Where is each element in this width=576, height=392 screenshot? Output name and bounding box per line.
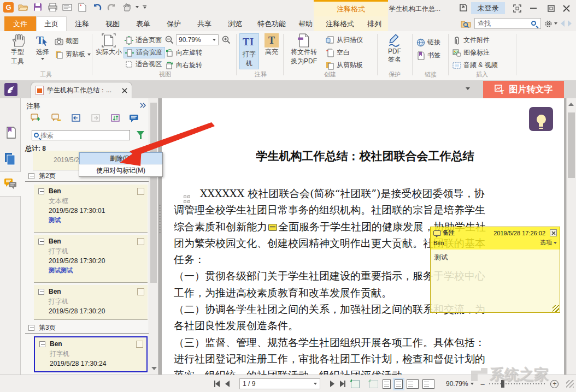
document-scrollbar[interactable] [566,98,576,375]
print-icon[interactable] [47,2,58,13]
rotate-right-button[interactable]: 向右旋转 [165,61,202,70]
file-attach-button[interactable]: 文件附件 [452,35,490,45]
restore-button[interactable] [546,4,555,13]
fit-width-button[interactable]: 适合宽度 [124,47,165,58]
comment-checkbox[interactable] [137,288,144,295]
document-scrollbar-thumb[interactable] [568,112,575,178]
bookmark-button[interactable]: 书签 [416,51,440,60]
last-page-icon[interactable] [340,381,345,387]
from-clipboard-button[interactable]: 从剪贴板 [326,61,363,70]
document-tab-close-icon[interactable] [122,88,127,93]
zoom-out-button[interactable]: − [480,379,485,389]
zoom-out-icon[interactable] [165,35,174,44]
zoom-slider-thumb[interactable] [501,380,504,388]
email-icon[interactable] [62,2,73,13]
tab-home[interactable]: 主页 [36,16,67,31]
collapse-icon[interactable] [39,341,45,347]
fit-page-button[interactable]: 适合页面 [125,35,162,45]
typewriter-button[interactable]: TI 打字机 [239,33,259,69]
image-to-text-button[interactable]: T 图片转文字 [483,81,564,98]
minimize-button[interactable] [529,4,538,13]
tab-form[interactable]: 表单 [128,16,158,31]
expand-all-comments-icon[interactable] [30,112,42,123]
tab-comment-format[interactable]: 注释格式 [318,16,362,31]
sticky-note-body[interactable]: 测试 [431,250,560,312]
pdf-sign-button[interactable]: PDF签名 [381,33,408,64]
scroll-up-icon[interactable] [568,103,574,106]
comment-item-1[interactable]: Ben 文本框 2019/5/28 17:30:01 测试 [34,185,148,233]
convert-to-pdf-button[interactable]: 将文件转换为PDF [286,33,321,66]
tab-view[interactable]: 视图 [97,16,128,31]
collapse-icon[interactable] [38,188,44,194]
highlight-button[interactable]: T 高亮 [261,33,282,57]
tab-list-caret[interactable] [466,87,470,90]
zoom-slider[interactable] [489,383,546,384]
open-file-icon[interactable] [17,2,28,13]
zoom-in-icon[interactable] [222,35,231,44]
previous-page-icon[interactable] [225,381,230,387]
search-folder-icon[interactable] [461,20,471,28]
note-close-icon[interactable] [550,229,557,236]
facing-view-icon[interactable] [407,379,419,389]
audio-video-button[interactable]: 音频 & 视频 [452,61,498,70]
comment-checkbox[interactable] [137,238,144,245]
comment-checkbox[interactable] [136,341,143,348]
first-page-icon[interactable] [214,381,220,387]
customize-qat-icon[interactable] [143,5,146,9]
collapse-icon[interactable] [28,173,34,179]
insert-page-icon[interactable] [351,380,360,388]
find-settings-gear-icon[interactable] [544,20,557,28]
insert-page-after-icon[interactable] [369,380,378,388]
panel-splitter-handle[interactable] [159,205,161,233]
hand-tool-button[interactable]: 手型工具 [5,33,30,66]
bookmarks-panel-icon[interactable] [0,120,21,145]
new-document-icon[interactable]: * [77,2,87,13]
fullscreen-icon[interactable] [513,4,521,13]
tab-share[interactable]: 共享 [189,16,220,31]
note-resize-handle[interactable] [553,305,559,312]
fit-visible-button[interactable]: 适合视区 [125,60,162,69]
link-button[interactable]: 链接 [416,38,440,47]
next-page-icon[interactable] [330,381,334,387]
tab-file[interactable]: 文件 [4,16,36,31]
find-magnifier-icon[interactable] [531,21,536,26]
from-scanner-button[interactable]: 从扫描仪 [326,35,363,45]
close-button[interactable] [562,4,571,13]
previous-comment-icon[interactable] [70,112,82,123]
collapse-icon[interactable] [38,239,44,245]
comment-item-3[interactable]: Ben 打字机 2019/5/28 17:30:20 [34,285,148,320]
pages-panel-icon[interactable] [0,146,21,171]
sticky-note-header[interactable]: 备注 2019/5/28 17:26:02 Ben 选项 [431,227,560,250]
image-annot-button[interactable]: 图像标注 [452,48,490,57]
snapshot-button[interactable]: 截图 [55,37,79,46]
login-status-badge[interactable]: 未登录 [471,2,505,14]
window-resize-grip[interactable] [566,380,574,388]
comment-checkbox[interactable] [137,188,144,195]
select-tool-button[interactable]: T 选择 [32,33,54,60]
zoom-in-button[interactable]: + [550,380,559,388]
facing-continuous-view-icon[interactable] [422,379,434,389]
expand-panel-icon[interactable] [140,103,146,108]
next-comment-icon[interactable] [90,112,102,123]
undo-icon[interactable] [91,2,102,13]
assistant-bulb-icon[interactable] [529,107,553,131]
tab-comment[interactable]: 注释 [67,16,97,31]
share-icon[interactable] [458,3,469,13]
panel-scroll-down-icon[interactable] [150,365,157,372]
comment-item-2[interactable]: Ben 打字机 2019/5/28 17:30:20 测试测试 [34,235,148,283]
sticky-note-popup[interactable]: 备注 2019/5/28 17:26:02 Ben 选项 测试 [430,227,560,313]
collapse-icon[interactable] [28,325,34,331]
document-tab[interactable]: 学生机构工作总结：... [31,82,132,98]
comment-item-4-selected[interactable]: Ben 打字机 2019/5/28 17:30:24 [34,336,148,372]
tab-help[interactable]: 帮助 [293,16,318,31]
tab-arrange[interactable]: 排列 [362,16,387,31]
tab-features[interactable]: 特色功能 [250,16,293,31]
note-options-button[interactable]: 选项 [540,239,557,247]
single-page-view-icon[interactable] [383,379,391,389]
stamp-dropdown-caret[interactable] [136,6,139,8]
actual-size-button[interactable]: 实际大小 [96,33,121,57]
redo-icon[interactable] [106,2,117,13]
tab-protect[interactable]: 保护 [158,16,189,31]
inline-note-annotation-icon[interactable] [268,224,277,231]
start-page-icon[interactable] [4,83,17,96]
